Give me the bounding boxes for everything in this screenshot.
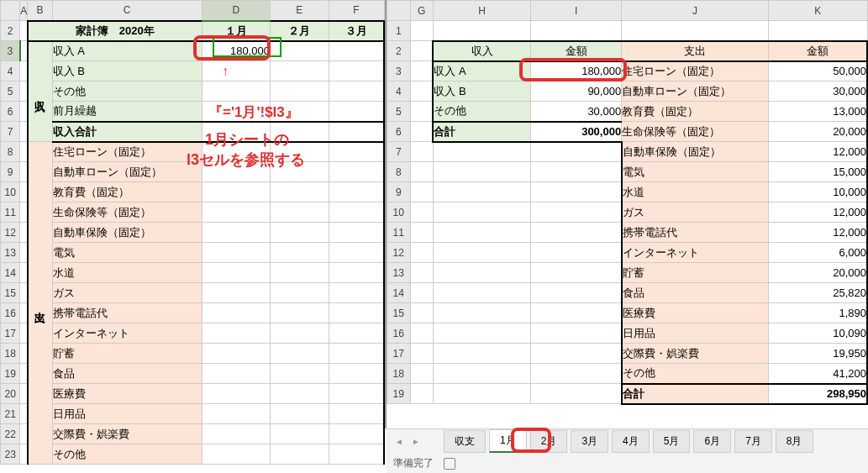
amount-hdr-1[interactable]: 金額 [531, 41, 622, 61]
col-B[interactable]: B [28, 1, 52, 21]
tab-summary[interactable]: 収支 [444, 430, 486, 453]
tab-prev-icon[interactable]: ◄ [392, 434, 407, 449]
macro-record-icon[interactable] [444, 458, 455, 470]
right-pane: G H I J K 1 2 収入 金額 支出 金額 3 収入 A 180,000… [387, 0, 868, 428]
amount-hdr-2[interactable]: 金額 [768, 41, 867, 61]
tab-jun[interactable]: 6月 [693, 430, 731, 453]
status-text: 準備完了 [393, 456, 434, 470]
col-C[interactable]: C [52, 1, 202, 21]
income-total[interactable]: 収入合計 [52, 122, 202, 142]
status-bar: 準備完了 [387, 453, 868, 473]
month-1[interactable]: １月 [202, 21, 270, 41]
col-F[interactable]: F [329, 1, 384, 21]
row-3[interactable]: 3 [1, 41, 20, 61]
income-section: 収入 [28, 41, 52, 142]
tab-feb[interactable]: 2月 [530, 430, 568, 453]
month-2[interactable]: ２月 [270, 21, 329, 41]
tab-next-icon[interactable]: ► [408, 434, 423, 449]
left-grid[interactable]: A B C D E F 2 家計簿 2020年 １月 ２月 ３月 3 収入 [0, 0, 385, 465]
right-grid[interactable]: G H I J K 1 2 収入 金額 支出 金額 3 収入 A 180,000… [387, 0, 868, 405]
tab-may[interactable]: 5月 [653, 430, 691, 453]
title-cell[interactable]: 家計簿 2020年 [28, 21, 202, 41]
sheet-tabs-area: ◄ ► 収支 1月 2月 3月 4月 5月 6月 7月 8月 準備完了 [387, 428, 868, 473]
expense-hdr[interactable]: 支出 [622, 41, 769, 61]
col-E[interactable]: E [270, 1, 329, 21]
left-pane: A B C D E F 2 家計簿 2020年 １月 ２月 ３月 3 収入 [0, 0, 387, 428]
income-hdr[interactable]: 収入 [433, 41, 530, 61]
corner[interactable] [1, 1, 20, 21]
income-row-A[interactable]: 収入 A [52, 41, 202, 61]
expense-section: 支出 [28, 142, 52, 465]
month-3[interactable]: ３月 [329, 21, 384, 41]
tab-apr[interactable]: 4月 [612, 430, 650, 453]
tab-aug[interactable]: 8月 [776, 430, 813, 453]
row-2[interactable]: 2 [1, 21, 20, 41]
tab-jan[interactable]: 1月 [489, 429, 527, 453]
tab-mar[interactable]: 3月 [571, 430, 608, 453]
col-A[interactable]: A [20, 1, 28, 21]
col-D[interactable]: D [202, 1, 270, 21]
tab-nav: ◄ ► 収支 1月 2月 3月 4月 5月 6月 7月 8月 [387, 429, 868, 453]
tab-jul[interactable]: 7月 [734, 430, 772, 453]
cell-D3[interactable]: 180,000 [202, 41, 270, 61]
